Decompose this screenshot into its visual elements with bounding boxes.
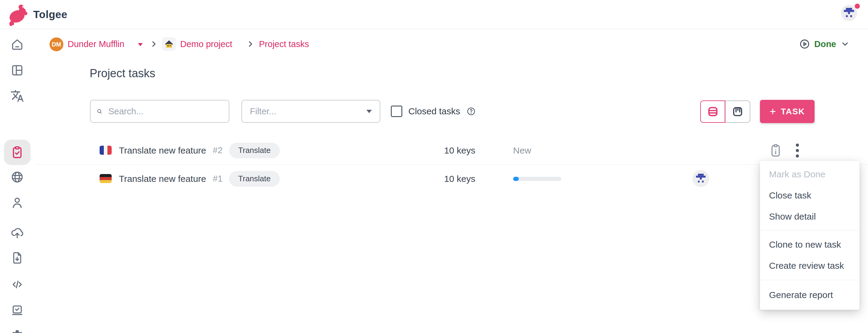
breadcrumb-org[interactable]: Dunder Mufflin xyxy=(68,36,124,53)
task-keys-count: 10 keys xyxy=(401,165,475,193)
languages-globe-icon xyxy=(10,170,24,184)
search-icon xyxy=(97,106,102,116)
brand-wordmark: Tolgee xyxy=(33,0,67,29)
board-view-icon xyxy=(731,105,744,118)
chevron-right-icon xyxy=(149,39,158,48)
add-task-button[interactable]: + TASK xyxy=(760,100,814,123)
export-file-download-icon xyxy=(10,251,24,265)
state-value: Done xyxy=(814,39,836,49)
sidebar-item-settings[interactable] xyxy=(4,323,30,333)
integrate-code-icon xyxy=(10,277,24,291)
task-detail-button[interactable] xyxy=(767,136,785,164)
org-avatar[interactable]: DM xyxy=(50,37,63,51)
plus-icon: + xyxy=(770,106,776,117)
task-number: #2 xyxy=(213,145,222,155)
task-status: New xyxy=(513,136,531,164)
breadcrumb-project[interactable]: Demo project xyxy=(180,36,232,53)
board-view-button[interactable] xyxy=(725,100,750,123)
project-avatar[interactable] xyxy=(162,37,176,51)
sidebar-item-members[interactable] xyxy=(4,190,30,215)
sidebar-item-developer[interactable] xyxy=(4,297,30,323)
pixel-avatar-icon xyxy=(696,174,706,184)
chevron-down-icon xyxy=(840,39,849,48)
view-toggle-group xyxy=(700,100,750,123)
play-circle-icon xyxy=(799,39,810,49)
sidebar-item-languages[interactable] xyxy=(4,164,30,190)
clipboard-icon xyxy=(769,143,782,158)
developer-laptop-check-icon xyxy=(10,303,24,317)
task-title-group: Translate new feature #1 Translate xyxy=(119,165,280,193)
task-context-menu: Mark as Done Close task Show detail Clon… xyxy=(760,161,860,310)
projects-board-icon xyxy=(10,63,24,77)
closed-tasks-checkbox[interactable] xyxy=(391,106,402,117)
menu-item-create-review-task[interactable]: Create review task xyxy=(760,255,860,276)
topbar: Tolgee xyxy=(0,0,868,29)
translate-icon xyxy=(10,89,24,103)
filter-select[interactable]: Filter... xyxy=(242,100,380,123)
search-box xyxy=(90,100,229,123)
sidebar-item-projects[interactable] xyxy=(4,58,30,83)
sidebar-item-tasks[interactable] xyxy=(4,140,30,165)
org-dropdown-caret-icon[interactable] xyxy=(138,43,143,46)
cheese-icon xyxy=(163,39,175,49)
menu-item-show-detail[interactable]: Show detail xyxy=(760,206,860,227)
sidebar-item-export[interactable] xyxy=(4,245,30,271)
list-view-icon xyxy=(707,105,719,118)
pixel-avatar-icon xyxy=(844,8,854,18)
task-title[interactable]: Translate new feature xyxy=(119,174,206,184)
home-icon xyxy=(10,37,24,51)
german-flag-icon xyxy=(100,174,112,183)
task-title[interactable]: Translate new feature xyxy=(119,145,206,156)
assignee-avatar[interactable] xyxy=(692,170,709,187)
menu-item-mark-as-done: Mark as Done xyxy=(760,164,860,185)
task-row[interactable]: Translate new feature #1 Translate 10 ke… xyxy=(0,165,868,193)
task-state-selector[interactable]: Done xyxy=(799,36,849,53)
tasks-clipboard-icon xyxy=(10,145,24,159)
task-menu-button[interactable] xyxy=(788,136,806,164)
task-scope-chip: Translate xyxy=(229,143,279,158)
task-progress-bar xyxy=(513,177,561,181)
task-keys-count: 10 keys xyxy=(401,136,475,164)
menu-item-generate-report[interactable]: Generate report xyxy=(760,285,860,305)
task-progress-fill xyxy=(513,177,519,181)
settings-gear-icon xyxy=(10,329,24,333)
sidebar-item-home[interactable] xyxy=(4,32,30,57)
search-input[interactable] xyxy=(108,106,223,117)
sidebar-item-import[interactable] xyxy=(4,220,30,245)
select-caret-icon xyxy=(366,110,372,113)
task-number: #1 xyxy=(213,174,222,184)
kebab-menu-icon xyxy=(795,143,800,158)
closed-tasks-control: Closed tasks xyxy=(391,100,476,123)
sidebar-nav xyxy=(0,29,35,333)
menu-item-close-task[interactable]: Close task xyxy=(760,185,860,206)
notification-badge xyxy=(855,4,860,9)
breadcrumb-page: Project tasks xyxy=(259,36,309,53)
filter-placeholder: Filter... xyxy=(250,106,366,116)
page-title: Project tasks xyxy=(90,67,155,80)
import-cloud-upload-icon xyxy=(10,226,24,240)
task-title-group: Translate new feature #2 Translate xyxy=(119,136,280,164)
tolgee-mouse-logo-icon[interactable] xyxy=(6,2,30,26)
sidebar-item-integrate[interactable] xyxy=(4,272,30,297)
list-view-button[interactable] xyxy=(700,100,725,123)
task-scope-chip: Translate xyxy=(229,171,279,187)
help-icon[interactable] xyxy=(466,106,476,116)
breadcrumb: DM Dunder Mufflin Demo project Project t… xyxy=(0,36,868,53)
chevron-right-icon xyxy=(246,39,255,48)
members-person-icon xyxy=(10,196,24,210)
task-row[interactable]: Translate new feature #2 Translate 10 ke… xyxy=(0,136,868,165)
tolgee-project-tasks-screen: Tolgee xyxy=(0,0,868,333)
closed-tasks-label: Closed tasks xyxy=(408,106,460,116)
french-flag-icon xyxy=(100,146,112,155)
add-task-label: TASK xyxy=(781,107,805,116)
menu-item-clone-to-new-task[interactable]: Clone to new task xyxy=(760,234,860,255)
sidebar-item-translations[interactable] xyxy=(4,83,30,108)
